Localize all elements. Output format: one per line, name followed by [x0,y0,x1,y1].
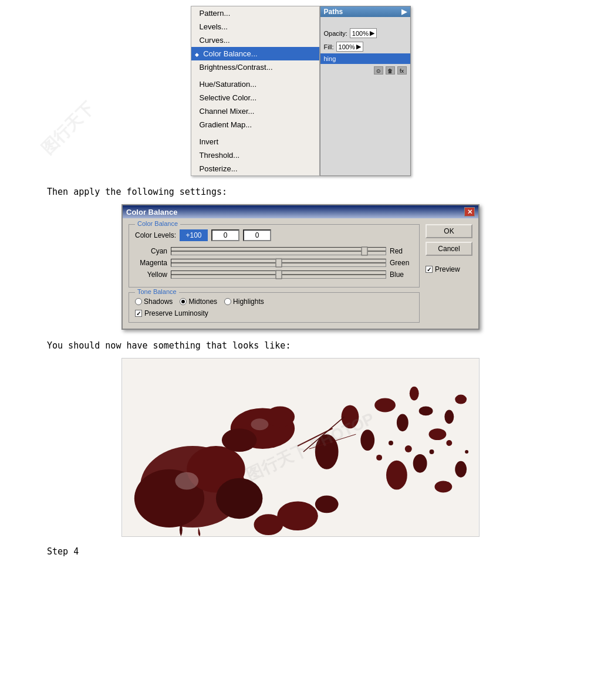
cyan-red-slider-track[interactable] [171,247,386,255]
shadows-label: Shadows [144,297,173,306]
yellow-label: Yellow [135,270,167,279]
radio-highlights[interactable]: Highlights [224,297,264,306]
magenta-green-slider-track[interactable] [171,259,386,267]
svg-point-22 [277,501,318,530]
svg-point-13 [410,387,419,401]
cyan-red-slider-row: Cyan Red [135,247,413,255]
dropdown-menu: Pattern... Levels... Curves... Color Bal… [191,6,320,176]
color-balance-group: Color Balance Color Levels: Cyan [129,224,420,288]
menu-item-brightness-contrast[interactable]: Brightness/Contrast... [191,60,319,74]
new-layer-icon[interactable]: ⊙ [374,66,383,75]
menu-item-color-balance[interactable]: Color Balance... [191,47,319,60]
yellow-blue-slider-track[interactable] [171,270,386,279]
color-level-1-input[interactable] [180,229,208,241]
svg-point-4 [216,478,262,519]
blood-splatter-svg: 图行天下 PHOTOP [122,359,479,536]
menu-item-invert[interactable]: Invert [191,135,319,148]
preview-section: ✓ Preview [426,265,472,273]
ok-button[interactable]: OK [426,224,472,238]
svg-point-16 [444,410,454,424]
svg-point-6 [222,428,257,452]
midtones-label: Midtones [188,297,217,306]
color-levels-label: Color Levels: [135,231,176,239]
yellow-blue-slider-row: Yellow Blue [135,270,413,279]
instruction-text-1: Then apply the following settings: [47,187,554,197]
svg-point-34 [446,440,452,446]
cyan-label: Cyan [135,247,167,255]
menu-item-hue-saturation[interactable]: Hue/Saturation... [191,77,319,91]
fill-arrow-icon: ▶ [356,43,361,50]
highlights-radio-circle[interactable] [224,298,231,305]
preserve-luminosity-checkbox[interactable]: ✓ [135,310,142,317]
layers-arrow-icon: ▶ [401,8,407,16]
svg-point-12 [397,414,408,431]
svg-point-7 [265,406,295,427]
svg-point-33 [430,449,434,454]
svg-point-17 [455,395,467,404]
radio-midtones[interactable]: Midtones [180,297,217,306]
menu-item-levels[interactable]: Levels... [191,20,319,33]
dialog-body: Color Balance Color Levels: Cyan [123,218,478,329]
yellow-blue-slider-thumb[interactable] [275,270,282,279]
blue-label: Blue [390,270,413,279]
cancel-button[interactable]: Cancel [426,242,472,256]
magenta-green-slider-row: Magenta Green [135,259,413,267]
opacity-label: Opacity: [324,30,347,37]
menu-item-gradient-map[interactable]: Gradient Map... [191,118,319,131]
svg-point-21 [455,461,467,478]
menu-item-curves[interactable]: Curves... [191,33,319,47]
dialog-wrapper: Color Balance ✕ Color Balance Color Leve… [47,204,554,330]
layer-item-active[interactable]: hing [320,53,410,64]
svg-point-31 [389,441,393,445]
dialog-left-section: Color Balance Color Levels: Cyan [129,224,420,323]
menu-item-posterize[interactable]: Posterize... [191,162,319,175]
svg-point-35 [465,450,468,454]
preview-checkbox[interactable]: ✓ [426,266,433,273]
slider-line-1 [171,251,386,252]
magenta-label: Magenta [135,259,167,267]
midtones-radio-circle[interactable] [180,298,187,305]
layers-tab [320,17,410,26]
fill-value-box[interactable]: 100% ▶ [336,42,363,52]
menu-item-threshold[interactable]: Threshold... [191,148,319,162]
cyan-red-slider-thumb[interactable] [361,247,367,256]
layers-fill-row: Fill: 100% ▶ [320,40,410,53]
shadows-radio-circle[interactable] [135,298,142,305]
opacity-value: 100% [352,30,369,37]
opacity-value-box[interactable]: 100% ▶ [350,28,377,38]
color-balance-dialog: Color Balance ✕ Color Balance Color Leve… [121,204,480,330]
delete-layer-icon[interactable]: 🗑 [386,66,395,75]
fill-label: Fill: [324,43,334,50]
menu-item-pattern[interactable]: Pattern... [191,6,319,20]
svg-point-25 [175,472,198,490]
magenta-green-slider-thumb[interactable] [275,259,282,268]
dialog-title: Color Balance [126,208,177,217]
color-levels-row: Color Levels: [135,229,413,241]
svg-point-26 [251,418,269,430]
layer-name: hing [324,55,336,62]
color-level-2-input[interactable] [211,229,239,241]
layers-opacity-row: Opacity: 100% ▶ [320,26,410,40]
menu-item-channel-mixer[interactable]: Channel Mixer... [191,104,319,118]
highlights-label: Highlights [233,297,264,306]
result-image-wrapper: 图行天下 PHOTOP [47,358,554,537]
svg-point-10 [360,430,374,451]
tone-radio-row: Shadows Midtones Highlights [135,297,413,306]
radio-shadows[interactable]: Shadows [135,297,173,306]
step4-text: Step 4 [47,546,554,557]
menu-screenshot-area: Pattern... Levels... Curves... Color Bal… [47,6,554,176]
svg-point-30 [376,455,382,461]
tone-balance-group: Tone Balance Shadows Midtones [129,292,420,323]
menu-item-selective-color[interactable]: Selective Color... [191,91,319,104]
dialog-close-button[interactable]: ✕ [464,207,475,217]
preserve-luminosity-label: Preserve Luminosity [144,309,208,317]
svg-point-18 [386,461,407,490]
preview-row: ✓ Preview [426,265,472,273]
svg-point-24 [254,514,283,535]
green-label: Green [390,259,413,267]
dialog-titlebar: Color Balance ✕ [123,205,478,218]
color-level-3-input[interactable] [243,229,271,241]
fill-value: 100% [339,43,355,50]
svg-point-23 [315,495,339,513]
layer-style-icon[interactable]: fx [397,66,407,75]
